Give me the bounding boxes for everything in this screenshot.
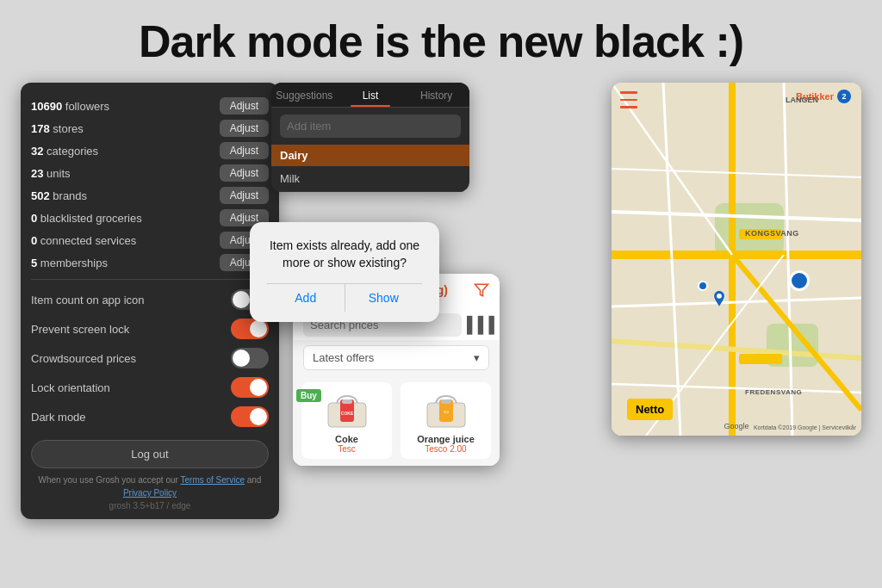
map-panel: Butikker 2 KONGSVANG FREDENSVANG LANGEN … [612, 83, 861, 436]
toggle-crowdsourced-label: Crowdsourced prices [31, 352, 136, 365]
price-card-coke: Buy COKE Coke Tesc [301, 382, 392, 459]
map-pin-1[interactable] [698, 281, 708, 291]
tab-suggestions[interactable]: Suggestions [271, 83, 338, 107]
tos-text: When you use Grosh you accept our Terms … [31, 473, 269, 499]
toggle-row-crowdsourced: Crowdsourced prices [31, 344, 269, 373]
blacklisted-label: blacklisted groceries [40, 212, 142, 225]
settings-row-categories: 32 categories Adjust [31, 139, 269, 162]
oj-store: Tesco 2.00 [406, 444, 486, 454]
barcode-icon[interactable]: ▌▌▌▌ [467, 316, 500, 334]
toggle-darkmode-label: Dark mode [31, 411, 86, 424]
grocery-panel: Suggestions List History Dairy Milk [271, 83, 469, 192]
connected-value: 0 [31, 234, 37, 247]
toggle-row-appicon: Item count on app icon [31, 285, 269, 314]
dialog-buttons: Add Show [267, 283, 422, 312]
svg-marker-0 [475, 284, 488, 296]
map-container: Butikker 2 KONGSVANG FREDENSVANG LANGEN … [612, 83, 861, 436]
categories-value: 32 [31, 145, 43, 158]
list-item[interactable]: Milk [271, 166, 469, 192]
buy-badge[interactable]: Buy [296, 389, 321, 402]
followers-value: 10690 [31, 100, 62, 113]
divider [31, 279, 269, 280]
units-label: units [47, 167, 70, 180]
dialog-box: Item exists already, add one more or sho… [250, 222, 439, 322]
netto-store-badge[interactable]: Netto [627, 399, 673, 420]
settings-row-stores: 178 stores Adjust [31, 117, 269, 139]
logout-button[interactable]: Log out [31, 440, 269, 468]
toggle-darkmode[interactable] [231, 406, 269, 427]
settings-panel: 10690 followers Adjust 178 stores Adjust… [21, 83, 279, 519]
toggle-screenlock-label: Prevent screen lock [31, 323, 129, 336]
map-label-kongsvang: KONGSVANG [745, 229, 799, 238]
privacy-link[interactable]: Privacy Policy [123, 488, 177, 498]
chevron-down-icon: ▾ [474, 351, 480, 364]
stats-section: 10690 followers Adjust 178 stores Adjust… [31, 95, 269, 274]
toggles-section: Item count on app icon Prevent screen lo… [31, 285, 269, 431]
oj-name: Orange juice [406, 434, 486, 444]
tos-link[interactable]: Terms of Service [180, 475, 244, 485]
settings-row-units: 23 units Adjust [31, 162, 269, 184]
tab-list[interactable]: List [338, 83, 404, 107]
categories-label: categories [47, 145, 98, 158]
map-svg [612, 83, 861, 436]
dialog-message: Item exists already, add one more or sho… [267, 238, 422, 271]
adjust-units-button[interactable]: Adjust [220, 164, 269, 182]
coke-product-image: COKE [321, 387, 373, 430]
dialog-overlay: Item exists already, add one more or sho… [250, 222, 439, 322]
filter-icon[interactable] [474, 282, 489, 298]
dialog-show-button[interactable]: Show [345, 284, 423, 312]
price-card-oj: OJ Orange juice Tesco 2.00 [401, 382, 491, 459]
grocery-search-section [271, 108, 469, 145]
adjust-brands-button[interactable]: Adjust [220, 187, 269, 204]
adjust-followers-button[interactable]: Adjust [220, 97, 269, 115]
dialog-add-button[interactable]: Add [267, 284, 345, 312]
stores-value: 178 [31, 122, 50, 135]
settings-row-memberships: 5 memberships Adjust [31, 251, 269, 274]
svg-text:OJ: OJ [444, 410, 448, 414]
coke-name: Coke [307, 434, 387, 444]
toggle-orientation[interactable] [231, 377, 269, 398]
svg-rect-3 [342, 399, 352, 404]
settings-row-blacklisted: 0 blacklisted groceries Adjust [31, 207, 269, 229]
google-attribution: Google [724, 422, 748, 430]
coke-store: Tesc [307, 444, 387, 454]
map-label-langen: LANGEN [786, 96, 818, 104]
toggle-row-orientation: Lock orientation [31, 373, 269, 402]
panels-container: 10690 followers Adjust 178 stores Adjust… [0, 67, 882, 519]
stores-label: stores [53, 122, 83, 135]
units-value: 23 [31, 167, 43, 180]
connected-label: connected services [40, 234, 136, 247]
svg-text:COKE: COKE [340, 411, 353, 416]
svg-rect-7 [441, 399, 451, 404]
settings-row-connected: 0 connected services Adjust [31, 229, 269, 251]
toggle-crowdsourced[interactable] [231, 348, 269, 368]
blacklisted-value: 0 [31, 212, 37, 225]
prices-dropdown[interactable]: Latest offers ▾ [303, 345, 489, 370]
map-hamburger-icon[interactable] [620, 91, 637, 108]
memberships-value: 5 [31, 257, 37, 269]
toggle-appicon-label: Item count on app icon [31, 294, 145, 306]
settings-row-followers: 10690 followers Adjust [31, 95, 269, 117]
adjust-stores-button[interactable]: Adjust [220, 120, 269, 137]
prices-items: Buy COKE Coke Tesc [293, 375, 500, 466]
tab-history[interactable]: History [403, 83, 469, 107]
oj-product-image: OJ [420, 387, 472, 430]
map-pin-marker[interactable] [711, 291, 727, 306]
toggle-row-screenlock: Prevent screen lock [31, 314, 269, 344]
brands-label: brands [53, 189, 87, 202]
followers-label: followers [65, 100, 109, 113]
grocery-tabs: Suggestions List History [271, 83, 469, 108]
map-label-fredensvang: FREDENSVANG [745, 388, 802, 396]
grocery-category: Dairy [271, 145, 469, 166]
adjust-categories-button[interactable]: Adjust [220, 142, 269, 159]
brands-value: 502 [31, 189, 50, 202]
toggle-row-darkmode: Dark mode [31, 402, 269, 431]
toggle-orientation-label: Lock orientation [31, 381, 110, 394]
memberships-label: memberships [40, 257, 108, 269]
map-pin-large [789, 270, 810, 291]
settings-row-brands: 502 brands Adjust [31, 184, 269, 207]
add-item-input[interactable] [280, 115, 461, 138]
page-title: Dark mode is the new black :) [0, 0, 882, 67]
map-copyright: Kortdata ©2019 Google | Servicevilkår [754, 424, 856, 430]
map-circle-badge: 2 [837, 90, 851, 103]
